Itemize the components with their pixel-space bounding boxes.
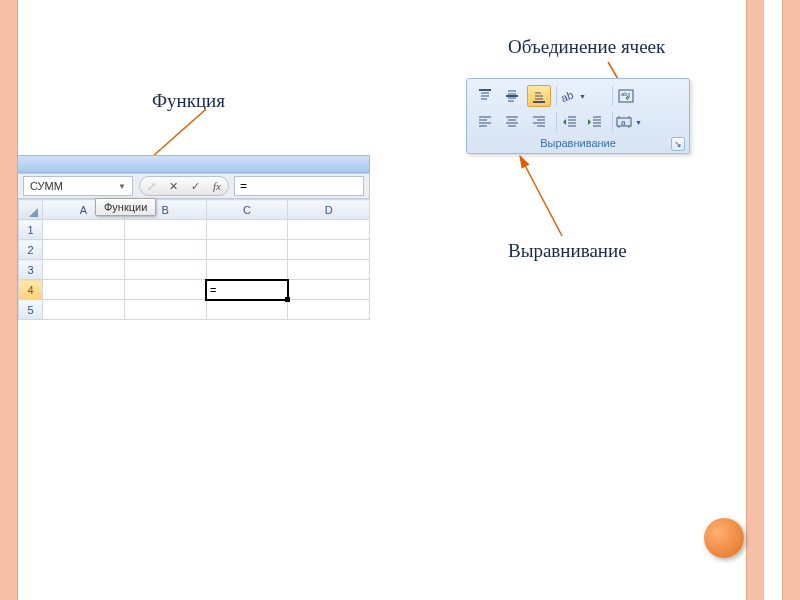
- enter-formula-button[interactable]: ✓: [184, 177, 206, 195]
- cell[interactable]: [124, 280, 206, 300]
- chevron-down-icon: ▼: [579, 93, 586, 100]
- decor-left-bar: [0, 0, 18, 600]
- row-header-3[interactable]: 3: [19, 260, 43, 280]
- column-header-d[interactable]: D: [288, 200, 370, 220]
- row-header-2[interactable]: 2: [19, 240, 43, 260]
- name-box[interactable]: СУММ ▼: [23, 176, 133, 196]
- cell[interactable]: [43, 300, 125, 320]
- align-bottom-button[interactable]: [527, 85, 551, 107]
- active-cell[interactable]: =: [206, 280, 288, 300]
- cell[interactable]: [206, 300, 288, 320]
- cell[interactable]: [288, 280, 370, 300]
- formula-button-group: ⤢ ✕ ✓ fx: [139, 176, 229, 196]
- orientation-icon: ab: [560, 88, 576, 104]
- fill-handle[interactable]: [285, 297, 290, 302]
- align-left-icon: [477, 114, 493, 130]
- cell[interactable]: [43, 260, 125, 280]
- cell[interactable]: [124, 240, 206, 260]
- dialog-launcher-icon: ↘: [674, 139, 682, 149]
- ribbon-group-title-row: Выравнивание ↘: [467, 135, 689, 153]
- cell[interactable]: [124, 300, 206, 320]
- name-box-value: СУММ: [30, 180, 63, 192]
- name-box-dropdown-icon: ▼: [118, 182, 126, 191]
- align-center-button[interactable]: [500, 111, 524, 133]
- next-slide-button[interactable]: [704, 518, 744, 558]
- align-right-button[interactable]: [527, 111, 551, 133]
- wrap-text-button[interactable]: ab: [612, 85, 636, 107]
- cell[interactable]: [124, 260, 206, 280]
- row-header-5[interactable]: 5: [19, 300, 43, 320]
- select-all-corner[interactable]: [19, 200, 43, 220]
- align-top-icon: [477, 88, 493, 104]
- formula-bar-input[interactable]: =: [234, 176, 364, 196]
- row-header-1[interactable]: 1: [19, 220, 43, 240]
- svg-line-2: [520, 156, 562, 236]
- cancel-formula-button[interactable]: ✕: [162, 177, 184, 195]
- cell[interactable]: [206, 260, 288, 280]
- orientation-button[interactable]: ab ▼: [556, 85, 592, 107]
- formula-expand-icon[interactable]: ⤢: [140, 177, 162, 195]
- increase-indent-icon: [587, 114, 603, 130]
- wrap-text-icon: ab: [618, 88, 634, 104]
- align-center-icon: [504, 114, 520, 130]
- formula-bar-row: СУММ ▼ Функции ⤢ ✕ ✓ fx =: [18, 173, 370, 199]
- cell-grid[interactable]: A B C D 1 2 3 4 = 5: [18, 199, 370, 320]
- column-header-row: A B C D: [19, 200, 370, 220]
- decor-right-bar-b: [782, 0, 800, 600]
- formula-bar-value: =: [240, 179, 247, 193]
- table-row: 4 =: [19, 280, 370, 300]
- ribbon-group-title: Выравнивание: [540, 137, 616, 149]
- align-bottom-icon: [531, 88, 547, 104]
- cell[interactable]: [288, 300, 370, 320]
- cell[interactable]: [288, 220, 370, 240]
- ribbon-alignment-group: ab ▼ ab a ▼: [466, 78, 690, 154]
- label-function: Функция: [152, 90, 225, 112]
- cell[interactable]: [206, 240, 288, 260]
- label-alignment: Выравнивание: [508, 240, 627, 262]
- table-row: 1: [19, 220, 370, 240]
- svg-text:ab: ab: [560, 89, 575, 104]
- active-cell-value: =: [210, 284, 216, 296]
- insert-function-button[interactable]: fx: [206, 177, 228, 195]
- align-middle-icon: [504, 88, 520, 104]
- decor-right-gap: [764, 0, 782, 600]
- label-merge-cells: Объединение ячеек: [508, 36, 665, 58]
- dialog-launcher-button[interactable]: ↘: [671, 137, 685, 151]
- table-row: 3: [19, 260, 370, 280]
- decrease-indent-icon: [562, 114, 578, 130]
- svg-text:a: a: [621, 118, 626, 127]
- increase-indent-button[interactable]: [583, 111, 607, 133]
- align-left-button[interactable]: [473, 111, 497, 133]
- table-row: 5: [19, 300, 370, 320]
- align-top-button[interactable]: [473, 85, 497, 107]
- chevron-down-icon: ▼: [635, 119, 642, 126]
- decrease-indent-button[interactable]: [556, 111, 580, 133]
- excel-fragment: СУММ ▼ Функции ⤢ ✕ ✓ fx = A B C D 1: [18, 155, 370, 320]
- column-header-c[interactable]: C: [206, 200, 288, 220]
- name-box-tooltip: Функции: [95, 198, 156, 216]
- merge-center-button[interactable]: a ▼: [612, 111, 648, 133]
- align-middle-button[interactable]: [500, 85, 524, 107]
- table-row: 2: [19, 240, 370, 260]
- row-header-4[interactable]: 4: [19, 280, 43, 300]
- cell[interactable]: [206, 220, 288, 240]
- align-right-icon: [531, 114, 547, 130]
- cell[interactable]: [288, 260, 370, 280]
- cell[interactable]: [43, 280, 125, 300]
- cell[interactable]: [43, 220, 125, 240]
- cell[interactable]: [288, 240, 370, 260]
- cell[interactable]: [124, 220, 206, 240]
- cell[interactable]: [43, 240, 125, 260]
- merge-center-icon: a: [616, 114, 632, 130]
- decor-right-bar-a: [746, 0, 764, 600]
- excel-title-bar: [18, 155, 370, 173]
